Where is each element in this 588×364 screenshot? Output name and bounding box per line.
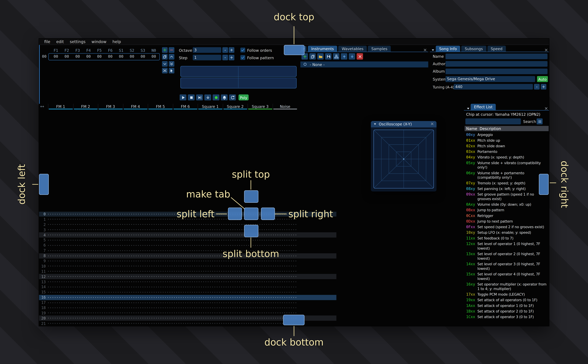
instrument-list-item-none[interactable]: - None - <box>300 61 428 67</box>
effect-row-1Bxx[interactable]: 1BxxSet attack of operator 2 (0 to 1F) <box>465 308 548 314</box>
metronome-button[interactable] <box>221 94 228 100</box>
effect-row-0Axy[interactable]: 0AxyVolume slide (0y: down; x0: up) <box>465 202 548 207</box>
stop-button[interactable] <box>188 94 195 100</box>
oscilloscope-window[interactable]: Oscilloscope (X-Y) <box>371 121 436 191</box>
split-target-left[interactable] <box>228 208 242 220</box>
pattern-row-3[interactable]: 3 <box>39 227 336 232</box>
song-info-close-button[interactable] <box>544 46 548 54</box>
channel-header-square-3[interactable]: Square 3 <box>248 104 272 109</box>
dock-target-top[interactable] <box>284 45 304 55</box>
pattern-row-10[interactable]: 10 <box>39 264 336 269</box>
pattern-row-12[interactable]: 12 <box>39 274 336 279</box>
order-cell-4[interactable]: 00 <box>94 54 104 59</box>
move-instrument-up-button[interactable] <box>341 53 347 60</box>
pattern-row-15[interactable]: 15 <box>39 290 336 295</box>
effect-row-06xy[interactable]: 06xyVolume slide + portamento (compatibi… <box>465 170 548 180</box>
pattern-row-6[interactable]: 6 <box>39 243 336 248</box>
tuning-decrease-button[interactable]: - <box>534 84 540 90</box>
play-from-cursor-button[interactable] <box>196 94 203 100</box>
effect-row-09xx[interactable]: 09xxSet groove pattern (speed 1 if no gr… <box>465 191 548 202</box>
split-target-bottom[interactable] <box>244 225 258 237</box>
close-icon[interactable] <box>430 122 434 127</box>
menu-help[interactable]: help <box>109 39 124 44</box>
pattern-row-5[interactable]: 5 <box>39 237 336 243</box>
channel-header-fm-4[interactable]: FM 4 <box>123 104 148 109</box>
order-cell-3[interactable]: 00 <box>84 54 93 59</box>
order-cell-7[interactable]: 00 <box>127 54 137 59</box>
pattern-row-17[interactable]: 17 <box>39 300 336 305</box>
channel-header-fm-2[interactable]: FM 2 <box>73 104 98 109</box>
effect-row-10xy[interactable]: 10xySetup LFO (x: enable; y: speed) <box>465 230 548 235</box>
move-instrument-down-button[interactable] <box>349 53 355 60</box>
split-target-right[interactable] <box>261 208 275 220</box>
order-cell-8[interactable]: 00 <box>138 54 148 59</box>
record-button[interactable] <box>213 94 219 100</box>
menu-window[interactable]: window <box>89 39 109 44</box>
channel-header-noise[interactable]: Noise <box>272 104 297 109</box>
effect-row-1Axx[interactable]: 1AxxSet attack of operator 1 (0 to 1F) <box>465 303 548 308</box>
dock-target-left[interactable] <box>39 174 49 195</box>
effect-row-11xx[interactable]: 11xxSet feedback (0 to 7) <box>465 235 548 241</box>
split-target-top[interactable] <box>244 190 258 203</box>
menu-settings[interactable]: settings <box>67 39 89 44</box>
instruments-close-button[interactable] <box>423 46 427 54</box>
tab-subsongs[interactable]: Subsongs <box>461 46 486 52</box>
order-cell-9[interactable]: 00 <box>149 54 159 59</box>
open-instrument-button[interactable] <box>317 53 324 60</box>
effect-row-15xx[interactable]: 15xxSet level of operator 4 (0 highest, … <box>465 271 548 281</box>
remove-order-button[interactable] <box>169 47 174 53</box>
effect-row-07xy[interactable]: 07xyTremolo (x: speed; y: depth) <box>465 180 548 186</box>
make-tab-target[interactable] <box>244 208 258 220</box>
effect-row-02xx[interactable]: 02xxPitch slide down <box>465 143 548 149</box>
order-change-all-button[interactable] <box>162 68 168 73</box>
effect-row-14xx[interactable]: 14xxSet level of operator 3 (0 highest, … <box>465 261 548 271</box>
pattern-row-18[interactable]: 18 <box>39 305 336 310</box>
menu-file[interactable]: file <box>41 39 53 44</box>
pattern-row-4[interactable]: 4 <box>39 232 336 237</box>
play-button[interactable] <box>180 94 186 100</box>
song-info-tab-list-button[interactable] <box>431 46 435 54</box>
effect-list-menu-button[interactable] <box>537 118 543 124</box>
collapse-icon[interactable] <box>373 122 377 127</box>
system-auto-button[interactable]: Auto <box>537 76 548 82</box>
effect-row-13xx[interactable]: 13xxSet level of operator 2 (0 highest, … <box>465 251 548 261</box>
poly-toggle[interactable]: Poly <box>238 94 249 100</box>
duplicate-order-button[interactable] <box>162 54 168 60</box>
step-row-button[interactable] <box>204 94 211 100</box>
follow-orders-checkbox[interactable] <box>240 48 245 52</box>
step-increase-button[interactable]: + <box>229 55 234 60</box>
menu-edit[interactable]: edit <box>53 39 67 44</box>
octave-input[interactable]: 3 <box>193 47 221 53</box>
follow-pattern-checkbox[interactable] <box>240 55 245 60</box>
order-row-index[interactable]: 00 <box>40 54 48 59</box>
channel-header-fm-3[interactable]: FM 3 <box>98 104 123 109</box>
effect-row-19xx[interactable]: 19xxSet attack of all operators (0 to 1F… <box>465 297 548 303</box>
step-input[interactable]: 1 <box>193 55 221 60</box>
effect-row-08xy[interactable]: 08xySet panning (x: left; y: right) <box>465 186 548 191</box>
order-cell-6[interactable]: 00 <box>116 54 126 59</box>
order-cell-5[interactable]: 00 <box>105 54 115 59</box>
tab-speed[interactable]: Speed <box>487 46 506 52</box>
tab-song-info[interactable]: Song Info <box>436 46 460 52</box>
effect-search-input[interactable] <box>465 118 521 124</box>
pattern-row-14[interactable]: 14 <box>39 285 336 290</box>
effect-row-0Cxx[interactable]: 0CxxRetrigger <box>465 213 548 218</box>
channel-header-fm-1[interactable]: FM 1 <box>48 104 73 109</box>
order-cell-1[interactable]: 00 <box>62 54 72 59</box>
effect-row-05xy[interactable]: 05xyVolume slide + vibrato (compatibilit… <box>465 160 548 170</box>
effect-row-16xy[interactable]: 16xySet operator multiplier (x: operator… <box>465 281 548 292</box>
pattern-row-16[interactable]: 16 <box>39 295 336 300</box>
dock-target-right[interactable] <box>539 174 548 195</box>
effect-list-close-button[interactable] <box>544 105 548 112</box>
step-decrease-button[interactable]: - <box>222 55 228 60</box>
channel-header-square-2[interactable]: Square 2 <box>223 104 247 109</box>
effect-row-1Cxx[interactable]: 1CxxSet attack of operator 3 (0 to 1F) <box>465 314 548 319</box>
delete-instrument-button[interactable] <box>357 53 363 60</box>
effect-row-03xx[interactable]: 03xxPortamento <box>465 149 548 154</box>
tuning-input[interactable]: 440 <box>454 84 533 90</box>
effect-row-0Bxx[interactable]: 0BxxJump to pattern <box>465 207 548 213</box>
effect-row-12xx[interactable]: 12xxSet level of operator 1 (0 highest, … <box>465 241 548 251</box>
effect-row-0Dxx[interactable]: 0DxxJump to next pattern <box>465 218 548 224</box>
pattern-row-8[interactable]: 8 <box>39 253 336 258</box>
tab-instruments[interactable]: Instruments <box>308 46 337 52</box>
